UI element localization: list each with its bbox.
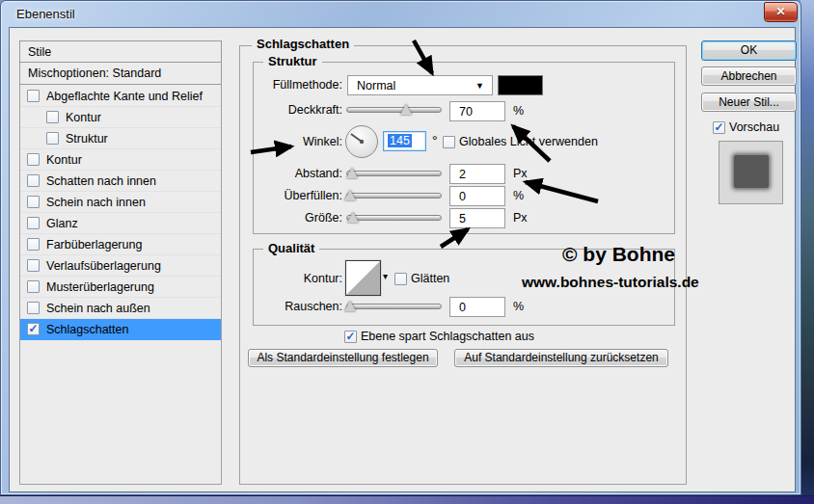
checkbox-icon[interactable]: [27, 153, 40, 166]
blend-mode-label: Füllmethode:: [236, 78, 342, 92]
distance-label: Abstand:: [236, 167, 342, 180]
desktop-background-bottom: [0, 495, 814, 504]
watermark-line2: www.bohnes-tutorials.de: [522, 274, 699, 291]
spread-slider-thumb[interactable]: [344, 190, 356, 200]
sidebar-list: Abgeflachte Kante und Relief Kontur Stru…: [20, 86, 221, 340]
sidebar-item[interactable]: Glanz: [20, 213, 221, 234]
contour-thumbnail[interactable]: [345, 260, 381, 296]
spread-slider[interactable]: [346, 193, 442, 199]
sidebar-item-label: Verlaufsüberlagerung: [46, 259, 161, 273]
noise-unit: %: [513, 300, 524, 313]
page-title: Schlagschatten: [252, 37, 354, 51]
distance-unit: Px: [513, 167, 528, 180]
sidebar-item-label: Schein nach innen: [46, 196, 146, 209]
quality-title: Qualität: [263, 241, 319, 255]
angle-dial[interactable]: [345, 125, 378, 158]
sidebar-item-label: Kontur: [66, 111, 101, 124]
angle-needle-icon: [346, 126, 379, 159]
shadow-color-swatch[interactable]: [498, 75, 543, 95]
angle-input[interactable]: 145: [383, 131, 426, 151]
sidebar-item-label: Musterüberlagerung: [46, 280, 154, 294]
spread-label: Überfüllen:: [236, 189, 342, 202]
global-light-label: Globales Licht verwenden: [459, 135, 598, 148]
sidebar-item[interactable]: Schatten nach innen: [20, 171, 221, 192]
checkbox-icon[interactable]: [27, 280, 40, 293]
size-slider[interactable]: [346, 215, 442, 221]
anti-alias-label: Glätten: [411, 272, 449, 285]
sidebar-item[interactable]: Kontur: [20, 107, 221, 128]
checkbox-icon[interactable]: [27, 302, 40, 314]
checkbox-icon[interactable]: [27, 217, 40, 229]
blending-options-item[interactable]: Mischoptionen: Standard: [19, 62, 222, 85]
style-preview-swatch: [719, 141, 783, 204]
sidebar-item[interactable]: ✓ Schlagschatten: [20, 319, 221, 340]
angle-unit: °: [432, 133, 438, 148]
distance-slider[interactable]: [346, 171, 442, 176]
size-label: Größe:: [236, 211, 342, 225]
close-icon[interactable]: ✕: [764, 2, 798, 22]
angle-label: Winkel:: [236, 135, 342, 148]
window-title: Ebenenstil: [16, 7, 75, 21]
blend-mode-select[interactable]: Normal ▼: [347, 75, 493, 95]
checkbox-icon[interactable]: [27, 259, 40, 272]
contour-curve-icon: [346, 261, 380, 295]
sidebar-item[interactable]: Abgeflachte Kante und Relief: [20, 86, 221, 107]
watermark-line1: © by Bohne: [562, 243, 675, 266]
preview-checkbox[interactable]: ✓: [713, 121, 725, 134]
checkbox-icon[interactable]: ✓: [27, 323, 40, 335]
contour-label: Kontur:: [236, 272, 342, 285]
checkbox-icon[interactable]: [27, 196, 40, 208]
preview-label: Vorschau: [729, 120, 779, 134]
cancel-button[interactable]: Abbrechen: [701, 66, 797, 86]
noise-label: Rauschen:: [236, 300, 342, 313]
ok-button[interactable]: OK: [701, 40, 797, 61]
opacity-label: Deckkraft:: [236, 103, 342, 117]
anti-alias-checkbox[interactable]: [394, 273, 407, 285]
checkbox-icon[interactable]: [27, 238, 40, 251]
sidebar-item[interactable]: Verlaufsüberlagerung: [20, 255, 221, 277]
size-slider-thumb[interactable]: [347, 212, 359, 223]
chevron-down-icon: ▼: [475, 81, 484, 91]
new-style-button[interactable]: Neuer Stil...: [701, 93, 797, 112]
noise-input[interactable]: 0: [449, 297, 505, 317]
reset-default-button[interactable]: Auf Standardeinstellung zurücksetzen: [454, 349, 668, 367]
distance-input[interactable]: 2: [449, 164, 505, 184]
sidebar-item-label: Schlagschatten: [46, 323, 128, 336]
sidebar-item[interactable]: Farbüberlagerung: [20, 234, 221, 255]
screenshot-root: Ebenenstil ✕ Stile Mischoptionen: Standa…: [0, 0, 814, 504]
set-default-button[interactable]: Als Standardeinstellung festlegen: [248, 349, 438, 367]
size-input[interactable]: 5: [449, 208, 505, 228]
noise-slider-thumb[interactable]: [344, 301, 356, 311]
distance-slider-thumb[interactable]: [346, 168, 358, 178]
checkbox-icon[interactable]: [46, 132, 59, 145]
sidebar-item[interactable]: Schein nach innen: [20, 192, 221, 213]
spread-unit: %: [513, 189, 524, 202]
desktop-background-right: [800, 0, 814, 504]
global-light-checkbox[interactable]: [443, 136, 455, 148]
sidebar-item-label: Kontur: [46, 153, 82, 167]
sidebar-item[interactable]: Musterüberlagerung: [20, 277, 221, 298]
size-unit: Px: [513, 211, 528, 225]
sidebar-item-label: Schatten nach innen: [46, 174, 156, 188]
blend-mode-value: Normal: [357, 79, 395, 93]
styles-header[interactable]: Stile: [19, 40, 222, 63]
checkbox-icon[interactable]: [27, 90, 40, 102]
opacity-input[interactable]: 70: [449, 101, 505, 121]
checkbox-icon[interactable]: [46, 111, 59, 123]
spread-input[interactable]: 0: [449, 186, 505, 206]
opacity-slider[interactable]: [346, 107, 442, 113]
noise-slider[interactable]: [346, 304, 442, 309]
opacity-unit: %: [513, 104, 524, 118]
sidebar-item-label: Farbüberlagerung: [46, 238, 142, 252]
sidebar-item[interactable]: Struktur: [20, 128, 221, 149]
knockout-checkbox[interactable]: ✓: [344, 331, 357, 343]
sidebar-item[interactable]: Schein nach außen: [20, 298, 221, 319]
sidebar-item[interactable]: Kontur: [20, 149, 221, 171]
structure-title: Struktur: [263, 54, 322, 68]
contour-dropdown-icon[interactable]: ▾: [383, 271, 388, 281]
checkbox-icon[interactable]: [27, 174, 40, 187]
angle-value-selected: 145: [388, 134, 412, 147]
preview-shadow-square: [734, 155, 769, 188]
opacity-slider-thumb[interactable]: [400, 104, 412, 115]
knockout-label: Ebene spart Schlagschatten aus: [361, 330, 534, 343]
